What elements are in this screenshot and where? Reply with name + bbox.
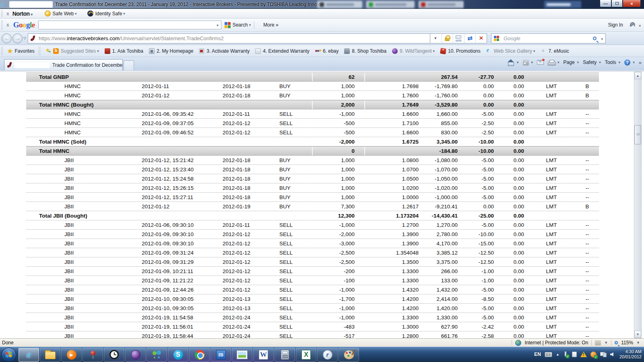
print-button[interactable] [548, 60, 559, 65]
toolbar-grip[interactable] [1, 10, 3, 16]
favorite-emusic[interactable]: 7. eMusic [541, 48, 569, 54]
forward-button[interactable]: → [12, 33, 23, 43]
restore-button[interactable] [611, 0, 623, 7]
zoom-dropdown-icon[interactable]: ▼ [636, 341, 640, 345]
favorites-button[interactable]: Favorites [14, 48, 34, 54]
address-input[interactable]: https://www.interactivebrokers.com/Unive… [28, 33, 430, 43]
scroll-up-icon[interactable]: ▲ [634, 72, 641, 79]
taskbar-wildtangent[interactable] [125, 348, 146, 362]
vertical-scrollbar[interactable]: ▲ ▼ [634, 72, 642, 338]
search-provider-dropdown-icon[interactable] [600, 35, 603, 42]
taskbar-clock-app[interactable] [104, 348, 124, 362]
volume-icon[interactable] [610, 352, 613, 356]
toolbar-grip[interactable] [1, 21, 3, 29]
taskbar-calculator[interactable] [275, 348, 295, 362]
recent-pages-dropdown-icon[interactable]: ▽ [23, 36, 26, 40]
favorite-my-homepage[interactable]: 2. My Homepage [149, 48, 193, 54]
keyboard-layout-icon[interactable] [545, 352, 552, 357]
warning-icon[interactable] [580, 352, 587, 357]
search-history-dropdown-icon[interactable] [215, 22, 221, 28]
google-search-button[interactable]: Search [225, 22, 251, 28]
tray-clock[interactable]: 4:30 AM 20/01/2012 [619, 349, 642, 360]
security-status-icon[interactable] [590, 352, 597, 358]
protected-mode-icon[interactable] [595, 340, 601, 346]
new-tab-button[interactable] [124, 60, 134, 70]
interactive-brokers-icon: IB [216, 350, 226, 360]
read-mail-button[interactable] [537, 60, 544, 65]
blurred-tab[interactable] [544, 1, 581, 8]
protected-mode-dropdown-icon[interactable]: ▼ [604, 341, 608, 345]
scroll-down-icon[interactable]: ▼ [634, 331, 641, 338]
taskbar-realplayer[interactable]: r [317, 348, 338, 362]
toolbar-grip[interactable] [1, 47, 3, 55]
commission: -10.00 [458, 231, 494, 237]
home-button[interactable] [508, 59, 519, 66]
feeds-button[interactable] [523, 60, 533, 66]
favorite-wildtangent[interactable]: 9. WildTangent [392, 48, 435, 54]
action-center-icon[interactable] [572, 352, 577, 357]
favorite-extended-warranty[interactable]: 4. Extended Warranty [255, 48, 310, 54]
browser-search-box[interactable]: Google [491, 33, 606, 43]
close-button[interactable]: × [623, 0, 641, 7]
norton-toolbar-close-icon[interactable]: x [5, 11, 12, 16]
safety-menu[interactable]: Safety [583, 60, 601, 65]
taskbar-photo-viewer[interactable] [232, 348, 252, 362]
compatibility-view-icon[interactable] [453, 34, 464, 43]
blurred-tab[interactable] [317, 1, 362, 8]
taskbar-internet-explorer[interactable]: e [19, 348, 39, 362]
toolbar-overflow-chevron-icon[interactable]: » [639, 60, 642, 66]
active-tab[interactable]: Trade Confirmation for December 23, 20..… [4, 59, 123, 70]
norton-identity-safe-menu[interactable]: Identity Safe [87, 10, 125, 16]
sign-in-link[interactable]: Sign In [608, 22, 623, 28]
scrollbar-thumb[interactable] [634, 125, 641, 144]
price: 1.7698 [355, 83, 419, 89]
trade-row: JBII2012-01-12, 15:21:422012-01-18BUY1,0… [26, 156, 599, 165]
taskbar-chrome[interactable] [189, 348, 210, 362]
favorite-promotions[interactable]: 10. Promotions [440, 48, 481, 54]
google-search-input[interactable] [38, 21, 221, 29]
tools-menu[interactable]: Tools [605, 60, 621, 65]
minimize-button[interactable]: — [600, 0, 611, 7]
taskbar-skype[interactable]: S [168, 348, 188, 362]
taskbar-excel[interactable]: X [296, 348, 316, 362]
commission: -2.50 [458, 120, 494, 126]
settle-date: 2012-01-12 [223, 259, 279, 265]
zoom-level[interactable]: 115% [621, 340, 633, 346]
quantity: 1,000 [318, 185, 355, 191]
show-hidden-icons[interactable]: ▲ [556, 352, 559, 356]
address-dropdown-icon[interactable]: ▼ [430, 34, 442, 43]
taskbar-media-player[interactable]: ▶ [61, 348, 82, 362]
refresh-button[interactable]: ⇄ [464, 34, 475, 43]
page-menu[interactable]: Page [564, 60, 579, 65]
favorite-activate-warranty[interactable]: 3. Activate Warranty [199, 48, 250, 54]
taskbar-pinned-app[interactable] [83, 348, 103, 362]
usb-safely-remove-icon[interactable] [563, 352, 568, 357]
norton-safe-web-menu[interactable]: Safe Web [45, 10, 77, 16]
search-magnifier-icon[interactable] [593, 37, 597, 40]
stop-button[interactable]: × [475, 34, 487, 43]
google-more-menu[interactable]: More » [263, 22, 278, 28]
favorite-ebay[interactable]: 6. ebay [315, 48, 339, 54]
google-toolbar-close-icon[interactable]: x [5, 22, 12, 28]
blurred-tab[interactable] [419, 1, 464, 8]
wrench-settings-icon[interactable] [629, 22, 635, 28]
taskbar-windows-explorer[interactable] [40, 348, 60, 362]
favorite-suggested-sites[interactable]: Suggested Sites [45, 48, 99, 54]
help-button[interactable]: ? [624, 60, 635, 66]
start-button[interactable] [2, 348, 16, 362]
wrench-dropdown-icon[interactable] [638, 23, 641, 28]
favorite-web-slice-gallery[interactable]: Web Slice Gallery [486, 48, 535, 54]
taskbar-word[interactable]: W [253, 348, 274, 362]
taskbar-messenger[interactable] [147, 348, 167, 362]
favorite-shop-toshiba[interactable]: 8. Shop Toshiba [344, 48, 386, 54]
norton-menu[interactable]: Norton [12, 10, 33, 17]
taskbar-interactive-brokers[interactable]: IB [211, 348, 231, 362]
zoom-magnifier-icon[interactable] [615, 341, 618, 344]
favorite-ask-toshiba[interactable]: 1. Ask Toshiba [105, 48, 143, 54]
network-icon[interactable] [600, 352, 607, 357]
taskbar-paint[interactable] [339, 348, 359, 362]
security-lock-icon[interactable] [442, 34, 453, 43]
back-button[interactable]: ← [2, 33, 12, 43]
blurred-tab[interactable] [366, 1, 415, 8]
language-indicator[interactable]: EN [534, 352, 541, 357]
